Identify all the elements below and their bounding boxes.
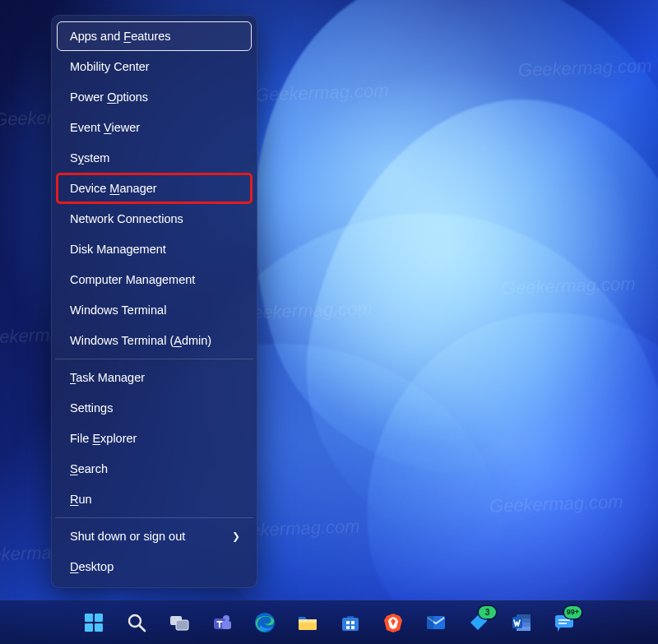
winx-item-windows-terminal[interactable]: Windows Terminal	[57, 295, 252, 325]
winx-item-apps-and-features[interactable]: Apps and Features	[57, 21, 252, 51]
mail-button[interactable]	[419, 605, 453, 640]
winx-item-windows-terminal-admin[interactable]: Windows Terminal (Admin)	[57, 326, 252, 355]
winx-item-shut-down-or-sign-out[interactable]: Shut down or sign out❯	[57, 521, 252, 551]
winx-item-label: Mobility Center	[70, 59, 150, 74]
winx-item-label: Windows Terminal (Admin)	[70, 333, 211, 348]
brave-button[interactable]	[376, 605, 410, 640]
menu-separator	[55, 359, 253, 359]
winx-item-label: File Explorer	[70, 431, 137, 446]
winx-item-label: System	[70, 151, 109, 165]
windows-start	[83, 612, 104, 633]
task-view-button[interactable]	[162, 605, 197, 640]
teams-icon	[211, 612, 233, 633]
search-button[interactable]	[119, 605, 154, 640]
winx-item-file-explorer[interactable]: File Explorer	[57, 424, 252, 453]
winx-item-label: Run	[70, 492, 92, 507]
winx-context-menu[interactable]: Apps and FeaturesMobility CenterPower Op…	[51, 15, 257, 588]
search-icon	[126, 612, 147, 633]
word-icon	[511, 612, 532, 633]
winx-item-system[interactable]: System	[57, 143, 252, 173]
winx-item-label: Shut down or sign out	[70, 529, 185, 544]
edge-button[interactable]	[248, 605, 282, 640]
winx-item-task-manager[interactable]: Task Manager	[57, 363, 252, 392]
winx-item-disk-management[interactable]: Disk Management	[57, 234, 252, 264]
winx-item-label: Power Options	[70, 90, 148, 104]
notifications-button[interactable]: 99+	[547, 605, 582, 640]
menu-separator	[55, 517, 253, 518]
winx-item-run[interactable]: Run	[57, 484, 252, 514]
winx-item-label: Computer Management	[70, 272, 195, 287]
winx-item-label: Event Viewer	[70, 120, 140, 135]
start-button[interactable]	[76, 605, 111, 640]
winx-item-label: Apps and Features	[70, 29, 171, 44]
brave-icon	[382, 612, 404, 633]
winx-item-label: Settings	[70, 401, 113, 415]
winx-item-network-connections[interactable]: Network Connections	[57, 204, 252, 234]
winx-item-settings[interactable]: Settings	[57, 393, 252, 423]
edge-icon	[254, 612, 276, 633]
chevron-right-icon: ❯	[232, 529, 240, 544]
price-tag-app-button[interactable]: 3	[461, 605, 496, 640]
badge-count: 3	[479, 606, 496, 619]
file-explorer-button[interactable]	[290, 605, 325, 640]
winx-item-power-options[interactable]: Power Options	[57, 82, 252, 112]
winx-item-label: Desktop	[70, 559, 114, 574]
winx-item-device-manager[interactable]: Device Manager	[57, 174, 252, 203]
badge-count: 99+	[564, 606, 582, 619]
winx-item-computer-management[interactable]: Computer Management	[57, 265, 252, 294]
winx-item-label: Disk Management	[70, 242, 166, 257]
word-button[interactable]	[504, 605, 539, 640]
winx-item-desktop[interactable]: Desktop	[57, 552, 252, 581]
winx-item-search[interactable]: Search	[57, 454, 252, 484]
winx-item-mobility-center[interactable]: Mobility Center	[57, 52, 252, 81]
taskbar: 399+	[0, 600, 658, 644]
store-icon	[340, 612, 361, 633]
mail-icon	[425, 612, 447, 633]
winx-item-label: Search	[70, 461, 108, 476]
winx-item-label: Network Connections	[70, 211, 183, 226]
microsoft-store-button[interactable]	[333, 605, 368, 640]
task-view-icon	[169, 612, 190, 633]
teams-chat-button[interactable]	[205, 605, 239, 640]
file-explorer-icon	[297, 612, 318, 633]
winx-item-label: Device Manager	[70, 181, 157, 196]
winx-item-label: Task Manager	[70, 370, 145, 385]
winx-item-event-viewer[interactable]: Event Viewer	[57, 113, 252, 142]
winx-item-label: Windows Terminal	[70, 303, 166, 317]
